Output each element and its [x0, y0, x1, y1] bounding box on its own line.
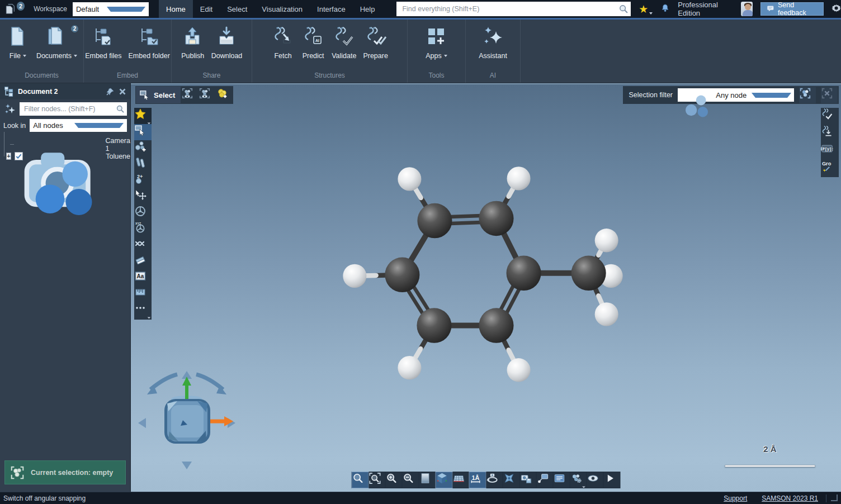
- label-tool-button[interactable]: Aa: [134, 270, 152, 286]
- atom-H2[interactable]: [507, 167, 531, 190]
- text-panel-button[interactable]: [554, 472, 570, 488]
- atom-H5[interactable]: [398, 356, 421, 379]
- predict-button[interactable]: AIPredict: [298, 24, 328, 69]
- pin-panel-button[interactable]: [106, 87, 115, 96]
- button-label: Apps: [426, 52, 442, 60]
- bonds-tool-button[interactable]: [134, 156, 152, 173]
- search-icon[interactable]: [116, 104, 125, 113]
- tab-visualization[interactable]: Visualization: [254, 0, 310, 18]
- select-all-button[interactable]: [799, 87, 816, 103]
- embed-files-button[interactable]: Embed files: [82, 24, 125, 69]
- atom-C7[interactable]: [571, 256, 606, 291]
- more-tools-button[interactable]: [134, 302, 152, 318]
- assistant-button[interactable]: Assistant: [475, 24, 511, 69]
- background-toggle-button[interactable]: [419, 472, 436, 488]
- validate-button[interactable]: Validate: [328, 24, 360, 69]
- tree-node-camera-1[interactable]: Camera 1: [6, 139, 130, 150]
- send-feedback-button[interactable]: Send feedback: [760, 2, 823, 16]
- global-search-input[interactable]: [402, 5, 618, 13]
- atom-C1[interactable]: [417, 203, 452, 239]
- ai-sparkle-button[interactable]: [3, 102, 17, 116]
- atom-H7c[interactable]: [595, 302, 618, 326]
- callout-labels-button[interactable]: [537, 472, 553, 488]
- svg-text:AI: AI: [315, 39, 319, 42]
- embed-folder-button[interactable]: Embed folder: [125, 24, 173, 69]
- workspace-dropdown[interactable]: Default: [73, 2, 149, 16]
- close-panel-button[interactable]: [118, 87, 127, 96]
- file-button[interactable]: File: [3, 24, 33, 69]
- grid-toggle-button[interactable]: [453, 472, 469, 488]
- atom-C2[interactable]: [479, 201, 513, 236]
- compass-move-button[interactable]: [503, 472, 519, 488]
- hide-selected-button[interactable]: [199, 87, 215, 103]
- resize-grip[interactable]: [831, 495, 838, 501]
- move-tool-button[interactable]: [134, 189, 152, 205]
- ruler-tool-button[interactable]: [134, 286, 152, 302]
- atom-C5[interactable]: [417, 308, 451, 343]
- favorites-star-button[interactable]: [134, 108, 152, 124]
- show-selected-button[interactable]: [181, 87, 198, 103]
- zoom-in-button[interactable]: [386, 472, 402, 488]
- filter-nodes-field[interactable]: [20, 102, 127, 116]
- viewport-3d[interactable]: Select Selection filter Any node 2+XYZAa: [131, 83, 841, 492]
- atom-C6[interactable]: [385, 258, 419, 293]
- expand-node-button[interactable]: +: [6, 153, 11, 160]
- favorites-button[interactable]: ★: [639, 4, 653, 15]
- deselect-all-button[interactable]: [821, 87, 838, 103]
- scale-bar-toggle-button[interactable]: 1Å: [470, 472, 486, 488]
- atom-H1[interactable]: [398, 167, 421, 191]
- tree-node-toluene[interactable]: +Toluene: [6, 150, 130, 162]
- notifications-button[interactable]: [660, 3, 670, 15]
- eraser-tool-button[interactable]: [134, 254, 152, 270]
- apps-button[interactable]: Apps: [422, 24, 452, 69]
- twist-tool-button[interactable]: [134, 237, 152, 254]
- rotate-wheel-tool-button[interactable]: [134, 205, 152, 221]
- search-icon[interactable]: [618, 4, 629, 14]
- presets-menu-button[interactable]: [570, 472, 587, 488]
- tab-edit[interactable]: Edit: [193, 0, 220, 18]
- documents-button[interactable]: 2Documents: [33, 24, 81, 69]
- visibility-toggle-button[interactable]: [587, 472, 603, 488]
- validate-structure-button[interactable]: [821, 108, 839, 125]
- ipython-console-button[interactable]: IP[y]:: [821, 142, 839, 160]
- zoom-out-button[interactable]: [403, 472, 419, 488]
- tab-home[interactable]: Home: [159, 0, 193, 18]
- save-snapshot-button[interactable]: [520, 472, 536, 488]
- visibility-checkbox[interactable]: [15, 152, 23, 160]
- navigation-cube-widget[interactable]: [134, 364, 240, 476]
- atom-H7a[interactable]: [595, 229, 618, 252]
- select-tool-button[interactable]: Select: [136, 87, 181, 103]
- filter-nodes-input[interactable]: [24, 105, 116, 113]
- tab-select[interactable]: Select: [220, 0, 254, 18]
- xyz-wheel-tool-button[interactable]: XYZ: [134, 221, 152, 237]
- orbit-camera-button[interactable]: [486, 472, 503, 488]
- zoom-fit-button[interactable]: [352, 472, 368, 488]
- atom-H6[interactable]: [343, 264, 366, 288]
- selection-filter-dropdown[interactable]: Any node: [678, 88, 794, 102]
- tab-interface[interactable]: Interface: [310, 0, 353, 18]
- version-link[interactable]: SAMSON 2023 R1: [762, 495, 818, 502]
- fetch-button[interactable]: Fetch: [268, 24, 298, 69]
- fetch-structure-button[interactable]: [821, 125, 839, 142]
- charge-tool-button[interactable]: 2+: [134, 173, 152, 189]
- zoom-selection-button[interactable]: [369, 472, 385, 488]
- look-in-dropdown[interactable]: All nodes: [30, 119, 127, 132]
- documents-stack-icon[interactable]: [4, 3, 16, 15]
- gromacs-wizard-button[interactable]: Gro: [821, 160, 839, 177]
- atom-H4[interactable]: [507, 358, 531, 382]
- add-to-selection-button[interactable]: [216, 87, 233, 103]
- atom-C3[interactable]: [507, 256, 541, 291]
- atom-C4[interactable]: [479, 308, 513, 343]
- download-button[interactable]: Download: [208, 24, 246, 69]
- settings-gear-button[interactable]: [831, 3, 841, 15]
- user-avatar[interactable]: [741, 2, 753, 16]
- play-simulation-button[interactable]: [604, 472, 620, 488]
- support-link[interactable]: Support: [724, 495, 747, 502]
- select-rectangle-tool-button[interactable]: [134, 124, 152, 140]
- tab-help[interactable]: Help: [353, 0, 382, 18]
- add-atoms-tool-button[interactable]: [134, 140, 152, 156]
- navigation-cube-toggle-button[interactable]: [436, 472, 452, 488]
- global-search[interactable]: [396, 2, 631, 16]
- prepare-button[interactable]: Prepare: [360, 24, 391, 69]
- publish-button[interactable]: Publish: [178, 24, 208, 69]
